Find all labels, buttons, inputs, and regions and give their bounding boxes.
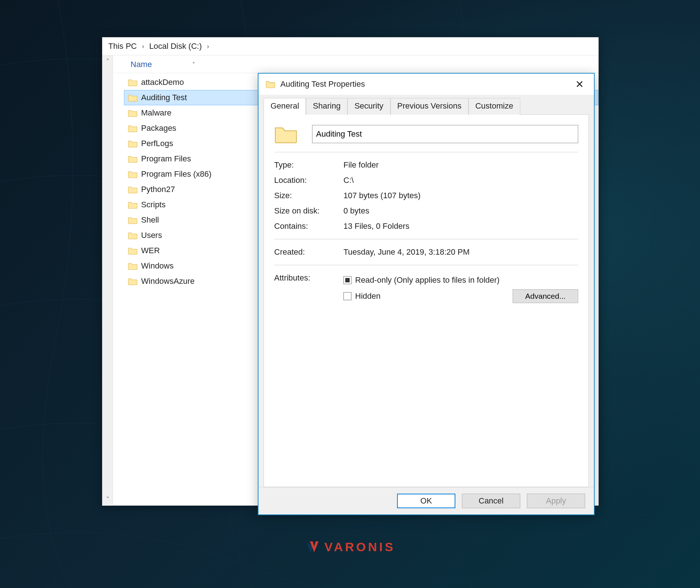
folder-name-input[interactable] [312,125,578,143]
value-contains: 13 Files, 0 Folders [343,222,578,231]
tab-panel-general: Type:File folder Location:C:\ Size:107 b… [264,114,589,487]
folder-icon [128,78,137,86]
tab-sharing[interactable]: Sharing [306,98,347,115]
value-type: File folder [343,160,578,170]
folder-label: Auditing Test [141,93,187,102]
tab-customize[interactable]: Customize [468,98,520,115]
apply-button[interactable]: Apply [527,494,585,508]
folder-label: Users [141,231,162,240]
chevron-down-icon[interactable]: ˅ [106,495,109,503]
chevron-right-icon: › [207,43,209,50]
tab-strip: General Sharing Security Previous Versio… [264,98,589,114]
label-attributes: Attributes: [274,273,343,283]
nav-scrollbar[interactable]: ˄ ˅ [102,55,113,506]
label-location: Location: [274,176,343,185]
properties-dialog: Auditing Test Properties ✕ General Shari… [258,73,595,515]
folder-icon [128,201,137,209]
chevron-right-icon: › [142,43,144,50]
label-hidden: Hidden [355,291,381,301]
brand-text: VARONIS [324,540,395,554]
folder-label: PerfLogs [141,139,173,148]
dialog-titlebar[interactable]: Auditing Test Properties ✕ [258,74,594,95]
folder-icon [128,247,137,255]
dialog-button-row: OK Cancel Apply [258,487,594,514]
close-icon[interactable]: ✕ [571,77,587,91]
tab-previous-versions[interactable]: Previous Versions [390,98,468,115]
folder-icon [128,170,137,178]
breadcrumb-drive[interactable]: Local Disk (C:) [149,42,202,51]
advanced-button[interactable]: Advanced... [513,289,578,303]
folder-label: Program Files (x86) [141,169,211,179]
folder-icon [128,277,137,285]
tab-security[interactable]: Security [347,98,390,115]
folder-label: Windows [141,261,174,271]
folder-label: Packages [141,124,176,133]
chevron-up-icon[interactable]: ˄ [106,58,109,66]
label-created: Created: [274,247,343,257]
dialog-title: Auditing Test Properties [280,79,365,89]
varonis-logo: VARONIS [305,539,395,554]
folder-icon [128,231,137,239]
folder-icon [128,262,137,270]
column-header-label: Name [131,60,152,69]
folder-icon [128,124,137,132]
folder-icon [128,185,137,193]
label-size-on-disk: Size on disk: [274,206,343,216]
ok-button[interactable]: OK [397,494,455,508]
cancel-button[interactable]: Cancel [462,494,520,508]
folder-label: WindowsAzure [141,277,195,286]
label-type: Type: [274,160,343,170]
checkbox-readonly[interactable] [343,276,351,284]
column-header-name[interactable]: Name ˄ [113,58,598,73]
checkbox-hidden[interactable] [343,292,351,300]
folder-label: Program Files [141,154,191,164]
value-created: Tuesday, June 4, 2019, 3:18:20 PM [343,247,578,257]
breadcrumb[interactable]: This PC › Local Disk (C:) › [102,38,598,55]
folder-icon [266,80,275,88]
tab-general[interactable]: General [264,98,306,115]
explorer-window: This PC › Local Disk (C:) › ˄ ˅ Name ˄ a… [102,37,599,506]
folder-label: Scripts [141,200,166,209]
folder-large-icon [274,124,298,144]
label-size: Size: [274,191,343,200]
folder-label: WER [141,246,160,255]
folder-label: attackDemo [141,78,184,87]
value-size-on-disk: 0 bytes [343,206,578,216]
value-size: 107 bytes (107 bytes) [343,191,578,200]
folder-icon [128,109,137,117]
value-location: C:\ [343,176,578,185]
breadcrumb-root[interactable]: This PC [108,42,137,51]
folder-icon [128,155,137,163]
folder-label: Python27 [141,185,175,194]
varonis-mark-icon [305,539,320,554]
folder-icon [128,94,137,102]
folder-icon [128,140,137,148]
sort-indicator-icon: ˄ [192,61,195,68]
folder-label: Shell [141,215,159,225]
label-contains: Contains: [274,222,343,231]
label-readonly: Read-only (Only applies to files in fold… [355,275,499,285]
folder-label: Malware [141,108,171,118]
folder-icon [128,216,137,224]
